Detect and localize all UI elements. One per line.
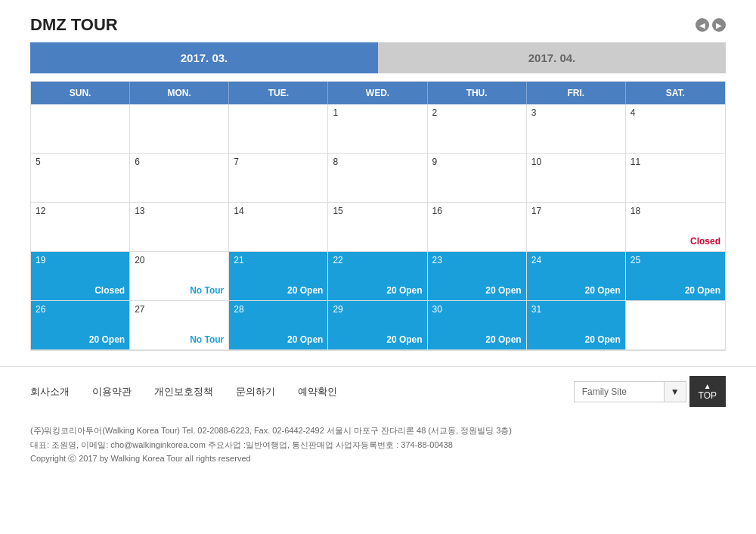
table-row: 15	[328, 203, 427, 252]
footer-link-3[interactable]: 문의하기	[236, 385, 275, 399]
header-fri: FRI.	[527, 82, 626, 104]
day-number: 12	[36, 206, 125, 216]
day-number: 14	[234, 206, 323, 216]
table-row: 13	[130, 203, 229, 252]
cell-status: 20 Open	[386, 285, 422, 296]
header-thu: THU.	[428, 82, 527, 104]
cell-status: 20 Open	[584, 285, 620, 296]
cell-status: 20 Open	[287, 334, 323, 345]
table-row: 1	[328, 104, 427, 154]
table-row: 2	[428, 104, 527, 154]
page-title: DMZ TOUR	[30, 15, 118, 35]
table-row: 12	[31, 203, 130, 252]
day-number: 18	[631, 206, 720, 216]
day-number: 9	[432, 157, 522, 167]
day-number: 15	[333, 206, 422, 216]
table-row	[626, 301, 725, 350]
day-number: 26	[36, 304, 125, 315]
header-wed: WED.	[328, 82, 427, 104]
table-row	[130, 104, 229, 154]
cell-status: Closed	[690, 236, 720, 247]
day-number: 6	[135, 157, 224, 167]
table-row: 14	[229, 203, 328, 252]
top-button[interactable]: ▲ TOP	[689, 376, 726, 407]
day-number: 11	[631, 157, 720, 167]
header-tue: TUE.	[229, 82, 328, 104]
cell-status: 20 Open	[685, 285, 720, 296]
day-number: 8	[333, 157, 422, 167]
table-row: 2820 Open	[229, 301, 328, 350]
table-row: 3120 Open	[527, 301, 626, 350]
table-row: 27No Tour	[130, 301, 229, 350]
day-number: 19	[36, 255, 125, 265]
table-row: 2320 Open	[428, 252, 527, 301]
day-number: 24	[531, 255, 621, 265]
month-tab-march[interactable]: 2017. 03.	[30, 42, 378, 73]
calendar-container: SUN. MON. TUE. WED. THU. FRI. SAT. 12345…	[30, 81, 726, 351]
table-row: 2420 Open	[527, 252, 626, 301]
table-row: 4	[626, 104, 725, 154]
cell-status: 20 Open	[89, 334, 125, 345]
day-number: 20	[135, 255, 224, 265]
day-number: 16	[432, 206, 522, 216]
table-row: 19Closed	[31, 252, 130, 301]
day-number: 13	[135, 206, 224, 216]
day-number: 4	[631, 107, 720, 118]
calendar-body: 123456789101112131415161718Closed19Close…	[31, 104, 725, 350]
day-number: 10	[531, 157, 621, 167]
day-number: 5	[36, 157, 125, 167]
table-row: 6	[130, 154, 229, 203]
cell-status: 20 Open	[485, 334, 521, 345]
table-row: 2920 Open	[328, 301, 427, 350]
family-site-input: Family Site	[574, 381, 665, 402]
footer-link-1[interactable]: 이용약관	[92, 385, 132, 399]
table-row: 17	[527, 203, 626, 252]
footer-site-select: Family Site ▼ ▲ TOP	[574, 376, 726, 407]
footer-link-0[interactable]: 회사소개	[30, 385, 70, 399]
footer-info-line-1: 대표: 조원영, 이메일: cho@walkinginkorea.com 주요사…	[30, 438, 726, 452]
day-number: 28	[234, 304, 323, 315]
month-tab-april[interactable]: 2017. 04.	[378, 42, 726, 73]
calendar-header: SUN. MON. TUE. WED. THU. FRI. SAT.	[31, 82, 725, 104]
footer-info: (주)워킹코리아투어(Walking Korea Tour) Tel. 02-2…	[0, 416, 756, 481]
cell-status: 20 Open	[485, 285, 521, 296]
family-site-dropdown-arrow[interactable]: ▼	[665, 381, 686, 402]
next-arrow[interactable]: ▶	[712, 18, 726, 32]
page-header: DMZ TOUR ◀ ▶	[0, 0, 756, 42]
day-number: 17	[531, 206, 621, 216]
table-row: 2220 Open	[328, 252, 427, 301]
day-number: 29	[333, 304, 422, 315]
table-row: 18Closed	[626, 203, 725, 252]
cell-status: No Tour	[190, 334, 224, 345]
table-row: 3020 Open	[428, 301, 527, 350]
cell-status: 20 Open	[584, 334, 620, 345]
header-sat: SAT.	[626, 82, 725, 104]
cell-status: No Tour	[190, 285, 224, 296]
header-mon: MON.	[130, 82, 229, 104]
table-row: 7	[229, 154, 328, 203]
table-row: 5	[31, 154, 130, 203]
day-number: 30	[432, 304, 522, 315]
table-row: 2120 Open	[229, 252, 328, 301]
table-row: 9	[428, 154, 527, 203]
table-row: 2520 Open	[626, 252, 725, 301]
table-row: 10	[527, 154, 626, 203]
top-up-arrow: ▲	[699, 382, 717, 390]
footer-link-4[interactable]: 예약확인	[298, 385, 337, 399]
footer-link-2[interactable]: 개인보호정책	[154, 385, 213, 399]
footer-nav: 회사소개 이용약관 개인보호정책 문의하기 예약확인 Family Site ▼…	[0, 366, 756, 416]
table-row: 16	[428, 203, 527, 252]
page-wrapper: DMZ TOUR ◀ ▶ 2017. 03. 2017. 04. SUN. MO…	[0, 0, 756, 534]
day-number: 2	[432, 107, 522, 118]
cell-status: 20 Open	[386, 334, 422, 345]
day-number: 25	[631, 255, 720, 265]
table-row: 11	[626, 154, 725, 203]
table-row: 20No Tour	[130, 252, 229, 301]
footer-info-line-0: (주)워킹코리아투어(Walking Korea Tour) Tel. 02-2…	[30, 424, 726, 438]
table-row	[229, 104, 328, 154]
prev-arrow[interactable]: ◀	[696, 18, 709, 32]
top-label: TOP	[699, 390, 717, 401]
header-sun: SUN.	[31, 82, 130, 104]
day-number: 7	[234, 157, 323, 167]
day-number: 23	[432, 255, 522, 265]
